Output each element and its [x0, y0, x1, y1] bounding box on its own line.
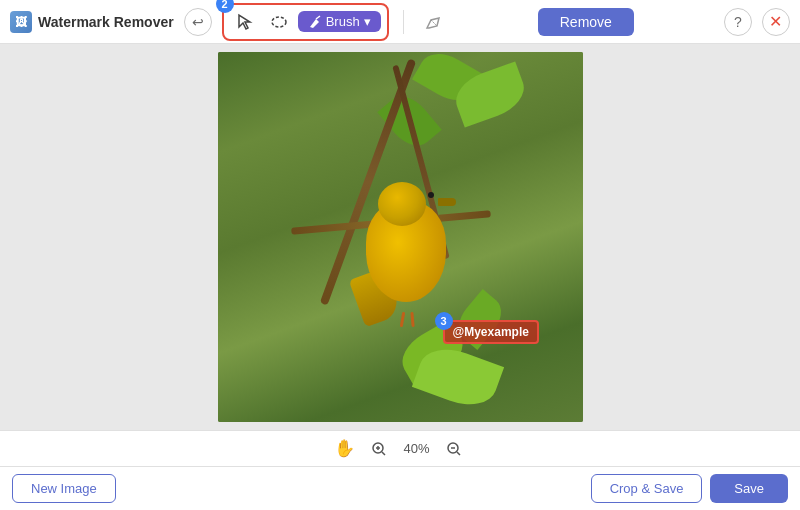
zoom-in-button[interactable]: [367, 437, 391, 461]
bird-head: [378, 182, 426, 226]
save-button[interactable]: Save: [710, 474, 788, 503]
lasso-tool-button[interactable]: [264, 8, 294, 36]
bird-foot: [411, 312, 415, 327]
remove-button[interactable]: Remove: [538, 8, 634, 36]
bird-scene: [218, 52, 583, 422]
erase-button[interactable]: [418, 8, 448, 36]
select-tool-button[interactable]: [230, 8, 260, 36]
main-content: 3 @Myexample: [0, 44, 800, 430]
svg-point-0: [272, 17, 286, 27]
bird-feet: [396, 312, 426, 332]
toolbar-badge: 2: [216, 0, 234, 13]
zoom-level-text: 40%: [403, 441, 429, 456]
image-display[interactable]: [218, 52, 583, 422]
zoom-bar: ✋ 40%: [0, 430, 800, 466]
watermark-selection[interactable]: 3 @Myexample: [443, 320, 539, 344]
title-bar-left: 🖼 Watermark Remover ↩ 2: [10, 3, 448, 41]
title-bar: 🖼 Watermark Remover ↩ 2: [0, 0, 800, 44]
watermark-badge: 3: [435, 312, 453, 330]
svg-line-5: [382, 452, 385, 455]
hand-tool-button[interactable]: ✋: [334, 438, 355, 459]
toolbar-group: 2 Brush ▾: [222, 3, 389, 41]
bird-beak: [438, 198, 456, 206]
nav-back-button[interactable]: ↩: [184, 8, 212, 36]
app-title-text: Watermark Remover: [38, 14, 174, 30]
footer-right: Crop & Save Save: [591, 474, 788, 503]
bird-subject: [356, 182, 466, 322]
app-icon: 🖼: [10, 11, 32, 33]
toolbar-separator: [403, 10, 404, 34]
close-button[interactable]: ✕: [762, 8, 790, 36]
bird-eye: [428, 192, 434, 198]
new-image-button[interactable]: New Image: [12, 474, 116, 503]
bird-foot: [400, 312, 406, 327]
brush-tool-button[interactable]: Brush ▾: [298, 11, 381, 32]
svg-line-8: [457, 452, 460, 455]
brush-dropdown-icon: ▾: [364, 14, 371, 29]
svg-line-1: [316, 16, 320, 19]
crop-save-button[interactable]: Crop & Save: [591, 474, 703, 503]
image-canvas: 3 @Myexample: [218, 52, 583, 422]
footer: New Image Crop & Save Save: [0, 466, 800, 510]
brush-label: Brush: [326, 14, 360, 29]
title-bar-right: ? ✕: [724, 8, 790, 36]
app-title: 🖼 Watermark Remover: [10, 11, 174, 33]
zoom-out-button[interactable]: [442, 437, 466, 461]
help-button[interactable]: ?: [724, 8, 752, 36]
footer-left: New Image: [12, 474, 116, 503]
watermark-text: @Myexample: [453, 325, 529, 339]
title-bar-center: Remove: [538, 8, 634, 36]
